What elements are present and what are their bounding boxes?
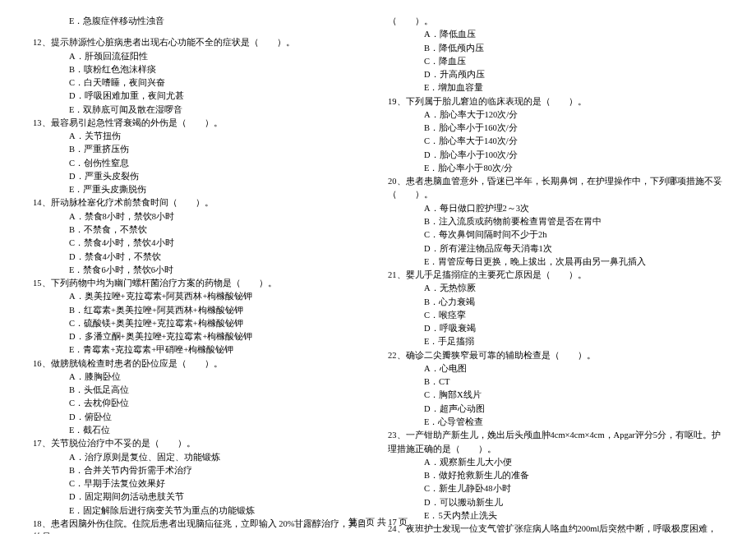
q18-opt-d: D．升高颅内压 [388,68,723,81]
q16-opt-e: E．截石位 [33,424,368,437]
q14-opt-a: A．禁食8小时，禁饮8小时 [33,210,368,223]
q19-opt-e: E．胎心率小于80次/分 [388,162,723,175]
q12-opt-b: B．咳粉红色泡沫样痰 [33,63,368,76]
q18-stem-cont: （ ）。 [388,15,723,28]
q20-opt-d: D．所有灌注物品应每天消毒1次 [388,242,723,255]
q22-stem: 22、确诊二尖瓣狭窄最可靠的辅助检查是（ ）。 [388,349,723,362]
q22-opt-b: B．CT [388,375,723,389]
q18-opt-c: C．降血压 [388,55,723,68]
q12-opt-a: A．肝颈回流征阳性 [33,50,368,63]
q20-opt-c: C．每次鼻饲间隔时间不少于2h [388,228,723,242]
q13-opt-a: A．关节扭伤 [33,130,368,143]
q16-opt-c: C．去枕仰卧位 [33,397,368,410]
right-column: （ ）。 A．降低血压 B．降低颅内压 C．降血压 D．升高颅内压 E．增加血容… [388,15,723,534]
q20-opt-a: A．每日做口腔护理2～3次 [388,202,723,215]
prev-question-tail-option: E．急腹症伴移动性浊音 [33,15,368,28]
q23-stem: 23、一产钳助产新生儿，娩出后头颅血肿4cm×4cm×4cm，Apgar评分5分… [388,429,723,456]
q23-opt-c: C．新生儿静卧48小时 [388,482,723,495]
left-column: E．急腹症伴移动性浊音 12、提示肺源性心脏病患者出现右心功能不全的症状是（ ）… [33,15,368,534]
q20-stem: 20、患者患脑血管意外，昏迷已半年，长期鼻饲，在护理操作中，下列哪项措施不妥（ … [388,175,723,202]
q13-stem: 13、最容易引起急性肾衰竭的外伤是（ ）。 [33,117,368,130]
q12-stem: 12、提示肺源性心脏病患者出现右心功能不全的症状是（ ）。 [33,36,368,49]
q14-opt-d: D．禁食4小时，不禁饮 [33,251,368,264]
q17-stem: 17、关节脱位治疗中不妥的是（ ）。 [33,437,368,450]
q14-opt-b: B．不禁食，不禁饮 [33,223,368,237]
q15-opt-c: C．硫酸镁+奥美拉唑+克拉霉素+枸橼酸铋钾 [33,317,368,330]
q18-opt-e: E．增加血容量 [388,81,723,94]
q12-opt-d: D．呼吸困难加重，夜间尤甚 [33,90,368,103]
q19-opt-a: A．胎心率大于120次/分 [388,108,723,122]
q19-opt-b: B．胎心率小于160次/分 [388,122,723,135]
q13-opt-c: C．创伤性窒息 [33,157,368,170]
q21-opt-a: A．无热惊厥 [388,282,723,295]
q19-opt-d: D．胎心率小于100次/分 [388,149,723,162]
q21-opt-d: D．呼吸衰竭 [388,322,723,335]
exam-page: E．急腹症伴移动性浊音 12、提示肺源性心脏病患者出现右心功能不全的症状是（ ）… [0,0,756,534]
q16-opt-a: A．膝胸卧位 [33,371,368,384]
q14-opt-c: C．禁食4小时，禁饮4小时 [33,237,368,250]
spacer [33,28,368,36]
q23-opt-d: D．可以搬动新生儿 [388,496,723,509]
q19-opt-c: C．胎心率大于140次/分 [388,135,723,148]
q21-opt-b: B．心力衰竭 [388,296,723,309]
q12-opt-e: E．双肺底可闻及散在湿啰音 [33,104,368,117]
q22-opt-d: D．超声心动图 [388,403,723,416]
q16-stem: 16、做膀胱镜检查时患者的卧位应是（ ）。 [33,357,368,371]
q15-opt-d: D．多潘立酮+奥美拉唑+克拉霉素+枸橼酸铋钾 [33,330,368,343]
q15-opt-a: A．奥美拉唑+克拉霉素+阿莫西林+枸橼酸铋钾 [33,290,368,303]
q22-opt-a: A．心电图 [388,362,723,375]
q12-opt-c: C．白天嗜睡，夜间兴奋 [33,76,368,90]
q20-opt-e: E．胃管应每日更换，晚上拔出，次晨再由另一鼻孔插入 [388,255,723,269]
q16-opt-b: B．头低足高位 [33,384,368,397]
page-footer: 第 2 页 共 17 页 [0,516,756,529]
q13-opt-d: D．严重头皮裂伤 [33,170,368,183]
q17-opt-a: A．治疗原则是复位、固定、功能锻炼 [33,451,368,464]
two-column-layout: E．急腹症伴移动性浊音 12、提示肺源性心脏病患者出现右心功能不全的症状是（ ）… [33,15,723,534]
q15-opt-e: E．青霉素+克拉霉素+甲硝唑+枸橼酸铋钾 [33,343,368,357]
q20-opt-b: B．注入流质或药物前要检查胃管是否在胃中 [388,215,723,228]
q23-opt-a: A．观察新生儿大小便 [388,456,723,469]
q17-opt-b: B．合并关节内骨折需手术治疗 [33,464,368,477]
q17-opt-d: D．固定期间勿活动患肢关节 [33,490,368,504]
q22-opt-e: E．心导管检查 [388,416,723,429]
q21-stem: 21、婴儿手足搐搦症的主要死亡原因是（ ）。 [388,269,723,282]
q19-stem: 19、下列属于胎儿窘迫的临床表现的是（ ）。 [388,95,723,108]
q18-opt-a: A．降低血压 [388,28,723,41]
q17-opt-c: C．早期手法复位效果好 [33,477,368,490]
q14-stem: 14、肝动脉栓塞化疗术前禁食时间（ ）。 [33,196,368,209]
q13-opt-b: B．严重挤压伤 [33,143,368,156]
q22-opt-c: C．胸部X线片 [388,389,723,402]
q21-opt-e: E．手足搐搦 [388,335,723,348]
q13-opt-e: E．严重头皮撕脱伤 [33,183,368,196]
q16-opt-d: D．俯卧位 [33,411,368,424]
q15-stem: 15、下列药物中均为幽门螺杆菌治疗方案的药物是（ ）。 [33,277,368,290]
q15-opt-b: B．红霉素+奥美拉唑+阿莫西林+枸橼酸铋钾 [33,304,368,317]
q18-opt-b: B．降低颅内压 [388,42,723,55]
q21-opt-c: C．喉痉挛 [388,309,723,322]
q23-opt-b: B．做好抢救新生儿的准备 [388,469,723,482]
q14-opt-e: E．禁食6小时，禁饮6小时 [33,264,368,277]
